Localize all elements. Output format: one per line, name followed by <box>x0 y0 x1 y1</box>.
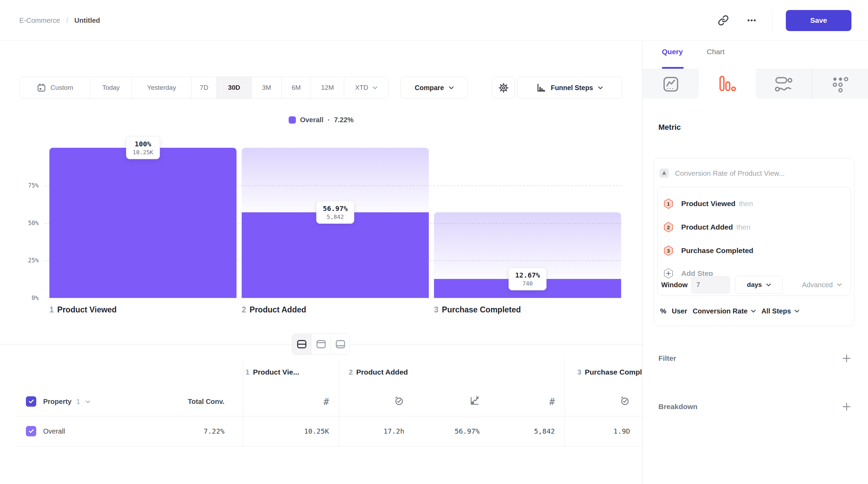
query-step-2[interactable]: 2 Product Addedthen <box>663 222 751 233</box>
group-name: Product Added <box>356 368 408 376</box>
chart-settings-button[interactable] <box>492 77 515 99</box>
column-divider <box>339 359 339 446</box>
view-type-button[interactable]: Funnel Steps <box>517 77 622 99</box>
row-checkbox[interactable] <box>26 426 36 436</box>
row-label[interactable]: Overall <box>43 427 65 435</box>
gridline-0 <box>44 298 621 298</box>
step-event-name: Product Added <box>681 223 733 231</box>
bar-tooltip: 56.97% 5,842 <box>316 201 354 224</box>
chevron-down-icon <box>766 283 771 287</box>
more-options-icon[interactable] <box>744 13 759 28</box>
time-to-convert-icon[interactable] <box>589 396 630 407</box>
date-range-12m[interactable]: 12M <box>311 77 344 98</box>
funnel-bar-step-2[interactable]: 56.97% 5,842 <box>242 148 429 298</box>
tab-chart[interactable]: Chart <box>707 48 724 56</box>
svg-text:2: 2 <box>667 224 670 230</box>
window-value-input[interactable] <box>691 276 730 294</box>
breadcrumb-separator: / <box>66 17 68 25</box>
query-step-1[interactable]: 1 Product Viewedthen <box>663 198 753 209</box>
layout-chart-only-button[interactable] <box>311 334 330 355</box>
date-range-6m[interactable]: 6M <box>282 77 311 98</box>
date-range-xtd[interactable]: XTD <box>344 77 388 98</box>
step-number: 3 <box>434 305 438 314</box>
chart-legend[interactable]: Overall · 7.22% <box>0 116 642 124</box>
date-range-label: Yesterday <box>147 84 176 91</box>
advanced-toggle[interactable]: Advanced <box>802 281 842 289</box>
tab-query[interactable]: Query <box>662 48 683 56</box>
add-breakdown-button[interactable] <box>841 401 852 412</box>
group-number: 3 <box>577 368 581 376</box>
metric-card: A Conversion Rate of Product View... 1 P… <box>654 158 855 326</box>
conversion-rate-metric-icon[interactable] <box>438 396 480 407</box>
funnel-bar-step-1[interactable]: 100% 10.25K <box>49 148 237 298</box>
measure-label: Conversion Rate <box>693 307 748 315</box>
tooltip-count: 5,842 <box>323 214 348 220</box>
advanced-label: Advanced <box>802 281 833 289</box>
legend-label: Overall <box>300 116 324 124</box>
time-to-convert-icon[interactable] <box>363 396 404 407</box>
gear-icon <box>498 83 509 93</box>
window-unit-select[interactable]: days <box>735 276 783 294</box>
date-range-30d[interactable]: 30D <box>217 77 252 98</box>
share-link-icon[interactable] <box>716 13 731 28</box>
count-metric-icon[interactable]: # <box>513 396 555 407</box>
view-type-label: Funnel Steps <box>551 84 593 92</box>
x-axis-step-2: 2Product Added <box>242 305 306 314</box>
step-event-name: Purchase Completed <box>681 246 753 254</box>
step-number: 2 <box>242 305 246 314</box>
save-button[interactable]: Save <box>786 10 851 31</box>
chart-type-line-button[interactable] <box>643 69 699 99</box>
chart-type-grid-button[interactable] <box>812 69 868 99</box>
funnel-chart-icon <box>537 83 546 93</box>
query-step-3[interactable]: 3 Purchase Completed <box>663 245 757 256</box>
bar-solid <box>242 212 429 298</box>
group-name: Product Vie... <box>253 368 299 376</box>
funnel-bar-step-3[interactable]: 12.67% 740 <box>434 148 621 298</box>
column-group-step-3: 3Purchase Completed <box>577 368 642 376</box>
funnel-chart: 100% 10.25K 56.97% 5,842 12.67% 740 <box>48 148 621 298</box>
bottom-panel-icon <box>335 340 346 349</box>
date-range-label: 6M <box>292 84 301 91</box>
metric-summary-row[interactable]: A Conversion Rate of Product View... <box>659 168 785 178</box>
tooltip-count: 740 <box>515 280 540 287</box>
date-range-label: 3M <box>262 84 271 91</box>
measure-selector[interactable]: Conversion Rate <box>693 307 756 315</box>
chart-type-funnel-button[interactable] <box>699 69 755 99</box>
chevron-down-icon <box>794 310 799 313</box>
property-index: 1 <box>76 398 80 405</box>
breadcrumb: E-Commerce / Untitled <box>19 0 100 41</box>
chevron-down-icon <box>373 86 377 89</box>
breadcrumb-parent[interactable]: E-Commerce <box>19 17 60 25</box>
step-connector: then <box>736 223 751 231</box>
breadcrumb-current[interactable]: Untitled <box>74 17 100 25</box>
journey-flow-icon <box>774 75 793 94</box>
add-step-icon <box>663 268 674 279</box>
date-range-7d[interactable]: 7D <box>192 77 217 98</box>
date-range-label: XTD <box>355 84 368 91</box>
svg-text:3: 3 <box>667 248 670 254</box>
date-range-yesterday[interactable]: Yesterday <box>132 77 192 98</box>
check-icon <box>29 429 34 433</box>
metric-heading: Metric <box>658 123 681 132</box>
date-range-custom[interactable]: Custom <box>20 77 90 98</box>
layout-table-only-button[interactable] <box>330 334 350 355</box>
property-selector[interactable]: Property 1 <box>43 398 90 406</box>
metric-title: Conversion Rate of Product View... <box>675 169 785 177</box>
compare-button[interactable]: Compare <box>401 77 468 99</box>
date-range-today[interactable]: Today <box>90 77 132 98</box>
scope-selector[interactable]: All Steps <box>761 307 799 315</box>
active-tab-underline <box>662 67 684 69</box>
count-metric-icon[interactable]: # <box>288 396 329 407</box>
add-filter-button[interactable] <box>841 353 852 364</box>
bar-tooltip: 12.67% 740 <box>509 268 547 290</box>
line-chart-icon <box>662 75 680 93</box>
date-range-3m[interactable]: 3M <box>252 77 282 98</box>
step-event-name: Product Viewed <box>681 200 735 207</box>
entity-selector[interactable]: User <box>672 307 687 315</box>
legend-value: 7.22% <box>334 116 354 124</box>
layout-split-button[interactable] <box>292 334 311 355</box>
filter-section: Filter <box>658 350 852 367</box>
chart-type-journey-button[interactable] <box>755 69 812 99</box>
select-all-checkbox[interactable] <box>26 396 36 407</box>
step-number: 1 <box>49 305 54 314</box>
